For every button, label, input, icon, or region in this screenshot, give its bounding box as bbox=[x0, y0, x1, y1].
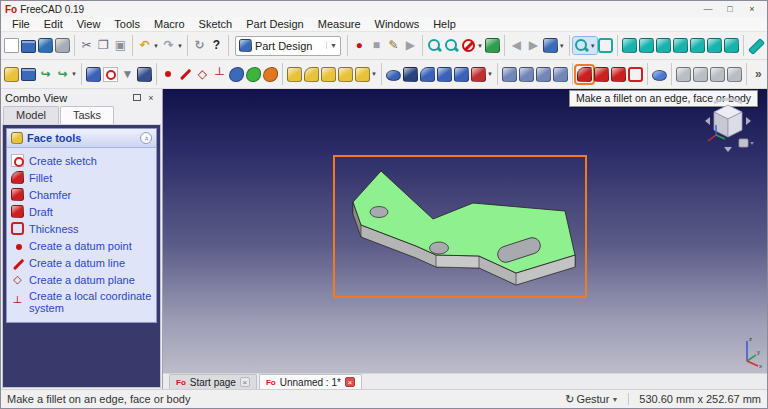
macro-play-button[interactable]: ▶ bbox=[402, 37, 419, 54]
create-datum-line-button[interactable] bbox=[177, 66, 194, 83]
menu-windows[interactable]: Windows bbox=[368, 17, 427, 32]
tab-close-icon[interactable]: × bbox=[240, 377, 250, 387]
macro-stop-button[interactable]: ■ bbox=[368, 37, 385, 54]
fillet-button[interactable] bbox=[576, 66, 593, 83]
macro-edit-button[interactable]: ✎ bbox=[385, 37, 402, 54]
print-button[interactable] bbox=[54, 37, 71, 54]
view-left-button[interactable] bbox=[723, 37, 740, 54]
menu-view[interactable]: View bbox=[70, 17, 108, 32]
draft-button[interactable] bbox=[610, 66, 627, 83]
dropdown-arrow-icon[interactable]: ▼ bbox=[559, 43, 565, 49]
close-panel-icon[interactable]: × bbox=[144, 93, 158, 103]
menu-measure[interactable]: Measure bbox=[311, 17, 368, 32]
whats-this-button[interactable]: ? bbox=[208, 37, 225, 54]
create-datum-point-button[interactable] bbox=[160, 66, 177, 83]
sync-camera-button[interactable] bbox=[484, 37, 501, 54]
make-link-button[interactable]: ↪ bbox=[37, 66, 54, 83]
view-right-button[interactable] bbox=[672, 37, 689, 54]
new-file-button[interactable] bbox=[3, 37, 20, 54]
hole-button[interactable] bbox=[402, 66, 419, 83]
dropdown-arrow-icon[interactable]: ▼ bbox=[477, 43, 483, 49]
task-create-local-coordinate-system[interactable]: ┴Create a local coordinate system bbox=[11, 288, 154, 316]
tab-close-icon[interactable]: × bbox=[345, 377, 355, 387]
sub-shape-binder-button[interactable] bbox=[245, 66, 262, 83]
menu-edit[interactable]: Edit bbox=[37, 17, 70, 32]
undo-button[interactable]: ↶▼ bbox=[136, 37, 160, 54]
redo-button[interactable]: ↷▼ bbox=[160, 37, 184, 54]
view-bottom-button[interactable] bbox=[706, 37, 723, 54]
thickness-button[interactable] bbox=[627, 66, 644, 83]
create-sketch-button[interactable] bbox=[102, 66, 119, 83]
menu-help[interactable]: Help bbox=[426, 17, 463, 32]
make-sub-link-button[interactable]: ↪▼ bbox=[54, 66, 78, 83]
set-view-button[interactable]: ▼ bbox=[542, 37, 566, 54]
task-create-datum-point[interactable]: Create a datum point bbox=[11, 237, 154, 254]
create-part-button[interactable] bbox=[3, 66, 20, 83]
view-rear-button[interactable] bbox=[689, 37, 706, 54]
task-draft[interactable]: Draft bbox=[11, 203, 154, 220]
view-axonometric-button[interactable] bbox=[621, 37, 638, 54]
dropdown-arrow-icon[interactable]: ▼ bbox=[153, 43, 159, 49]
additive-loft-button[interactable] bbox=[320, 66, 337, 83]
menu-tools[interactable]: Tools bbox=[107, 17, 147, 32]
workbench-selector[interactable]: Part Design▼ bbox=[235, 36, 341, 56]
dropdown-arrow-icon[interactable]: ▼ bbox=[71, 71, 77, 77]
task-create-datum-line[interactable]: Create a datum line bbox=[11, 254, 154, 271]
float-panel-icon[interactable] bbox=[130, 93, 144, 103]
subtractive-primitive-button[interactable]: ▼ bbox=[470, 66, 494, 83]
task-create-datum-plane[interactable]: ◇Create a datum plane bbox=[11, 271, 154, 288]
create-datum-plane-button[interactable]: ◇ bbox=[194, 66, 211, 83]
menu-file[interactable]: File bbox=[5, 17, 37, 32]
navigation-style-selector[interactable]: ↻ Gestur ▼ bbox=[565, 393, 618, 406]
mirrored-button[interactable] bbox=[501, 66, 518, 83]
linear-pattern-button[interactable] bbox=[518, 66, 535, 83]
subtractive-pipe-button[interactable] bbox=[453, 66, 470, 83]
legacy-migrate-button[interactable] bbox=[726, 66, 743, 83]
task-create-sketch[interactable]: Create sketch bbox=[11, 152, 154, 169]
additive-primitive-button[interactable]: ▼ bbox=[354, 66, 378, 83]
shaft-wizard-button[interactable] bbox=[709, 66, 726, 83]
3d-viewport[interactable]: Make a fillet on an edge, face or body bbox=[163, 89, 767, 373]
polar-pattern-button[interactable] bbox=[535, 66, 552, 83]
task-fillet[interactable]: Fillet bbox=[11, 169, 154, 186]
open-folder-button[interactable] bbox=[20, 38, 37, 54]
nav-forward-button[interactable]: ▶ bbox=[525, 37, 542, 54]
save-button[interactable] bbox=[37, 37, 54, 54]
chevron-down-icon[interactable]: ▼ bbox=[326, 42, 337, 49]
clipping-plane-button[interactable]: ▼ bbox=[460, 37, 484, 54]
zoom-box-button[interactable]: ▼ bbox=[573, 37, 597, 54]
menu-sketch[interactable]: Sketch bbox=[192, 17, 240, 32]
tab-model[interactable]: Model bbox=[3, 106, 59, 124]
menu-part-design[interactable]: Part Design bbox=[239, 17, 310, 32]
involute-gear-button[interactable] bbox=[675, 66, 692, 83]
groove-button[interactable] bbox=[419, 66, 436, 83]
navigation-cube[interactable] bbox=[701, 95, 755, 153]
pad-button[interactable] bbox=[286, 66, 303, 83]
measure-distance-button[interactable] bbox=[747, 37, 764, 54]
maximize-button[interactable]: □ bbox=[719, 2, 741, 16]
dropdown-arrow-icon[interactable]: ▼ bbox=[487, 71, 493, 77]
refresh-button[interactable]: ↻ bbox=[191, 37, 208, 54]
part-3d-model[interactable] bbox=[333, 155, 587, 298]
tab-tasks[interactable]: Tasks bbox=[60, 106, 114, 124]
additive-pipe-button[interactable] bbox=[337, 66, 354, 83]
sprocket-button[interactable] bbox=[692, 66, 709, 83]
create-local-coordinate-system-button[interactable]: ┴ bbox=[211, 66, 228, 83]
task-thickness[interactable]: Thickness bbox=[11, 220, 154, 237]
revolution-button[interactable] bbox=[303, 66, 320, 83]
view-top-button[interactable] bbox=[655, 37, 672, 54]
map-sketch-to-face-button[interactable]: ▼ bbox=[119, 66, 136, 83]
paste-button[interactable]: ▣ bbox=[112, 37, 129, 54]
macro-record-button[interactable]: ● bbox=[351, 37, 368, 54]
create-group-button[interactable] bbox=[20, 66, 37, 82]
chamfer-button[interactable] bbox=[593, 66, 610, 83]
task-chamfer[interactable]: Chamfer bbox=[11, 186, 154, 203]
dropdown-arrow-icon[interactable]: ▼ bbox=[177, 43, 183, 49]
subtractive-loft-button[interactable] bbox=[436, 66, 453, 83]
multi-transform-button[interactable] bbox=[552, 66, 569, 83]
view-fit-all-button[interactable] bbox=[426, 37, 443, 54]
dropdown-arrow-icon[interactable]: ▼ bbox=[590, 43, 596, 49]
draw-style-button[interactable] bbox=[597, 37, 614, 54]
toolbar-overflow-button[interactable]: » bbox=[750, 66, 767, 83]
dropdown-arrow-icon[interactable]: ▼ bbox=[371, 71, 377, 77]
